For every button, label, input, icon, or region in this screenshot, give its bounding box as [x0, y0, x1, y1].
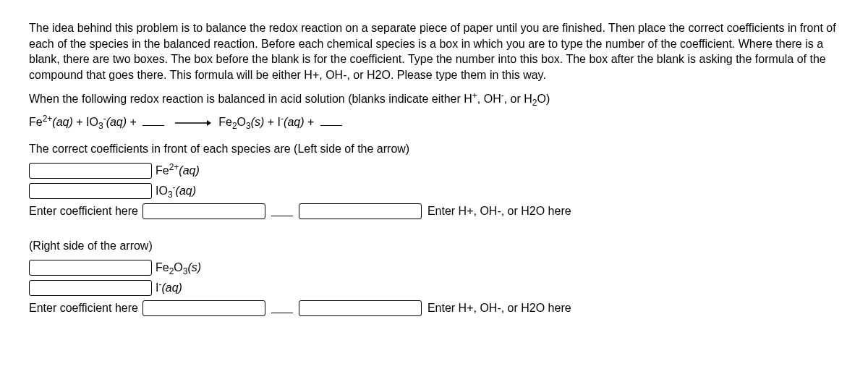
label-enter-coef-left: Enter coefficient here [29, 205, 138, 218]
label-enter-coef-right: Enter coefficient here [29, 302, 138, 315]
sp-fe2o3-sub3: 3 [183, 266, 188, 276]
eq-fe-charge: 2+ [43, 114, 53, 124]
equation: Fe2+(aq) + IO3-(aq) + Fe2O3(s) + I-(aq) … [29, 116, 839, 130]
sp-fe2o3-fe: Fe [156, 261, 169, 274]
cond-mid2: , or H [504, 93, 532, 105]
coef-fe2o3-input[interactable] [29, 260, 152, 276]
coef-i-input[interactable] [29, 280, 152, 296]
row-left-blank: Enter coefficient here Enter H+, OH-, or… [29, 203, 839, 219]
sp-io3-aq: (aq) [176, 185, 196, 197]
label-fe2: Fe2+(aq) [156, 164, 200, 177]
eq-aq2: (aq) [106, 116, 127, 128]
condition-paragraph: When the following redox reaction is bal… [29, 91, 839, 107]
cond-sub-2: 2 [532, 98, 537, 109]
coef-fe2-input[interactable] [29, 163, 152, 179]
coef-left-blank-input[interactable] [142, 203, 265, 219]
hint-left: Enter H+, OH-, or H2O here [427, 205, 571, 218]
blank-right-form [271, 303, 293, 313]
row-fe2o3: Fe2O3(s) [29, 260, 839, 276]
svg-marker-1 [207, 120, 211, 126]
row-io3: IO3-(aq) [29, 183, 839, 199]
arrow-icon [175, 116, 211, 130]
cond-mid1: , OH [477, 93, 501, 105]
eq-fe2o3-sub3: 3 [246, 121, 251, 131]
eq-fe: Fe [29, 116, 43, 128]
label-io3: IO3-(aq) [156, 185, 196, 198]
sp-fe2o3-s: (s) [188, 261, 202, 274]
row-fe2: Fe2+(aq) [29, 163, 839, 179]
eq-i: + I [264, 116, 281, 128]
sp-fe2-sup: 2+ [169, 161, 179, 171]
eq-fe2o3-o: O [237, 116, 246, 128]
eq-s: (s) [251, 116, 265, 128]
coef-io3-input[interactable] [29, 183, 152, 199]
intro-paragraph: The idea behind this problem is to balan… [29, 20, 839, 82]
cond-suffix: O) [537, 93, 550, 105]
right-side-heading: (Right side of the arrow) [29, 239, 839, 253]
eq-fe2o3-sub2: 2 [232, 121, 237, 131]
label-i: I-(aq) [156, 281, 182, 294]
blank-left-form [271, 206, 293, 216]
sp-io3-sub: 3 [168, 190, 173, 200]
cond-prefix: When the following redox reaction is bal… [29, 93, 472, 105]
hint-right: Enter H+, OH-, or H2O here [427, 302, 571, 315]
sp-io3: IO [156, 185, 168, 197]
eq-aq3: (aq) [284, 116, 304, 128]
blank-right [320, 116, 342, 126]
sp-fe2: Fe [156, 164, 169, 177]
eq-io3-sub: 3 [98, 121, 103, 131]
species-left-input[interactable] [299, 203, 422, 219]
eq-plus1: + IO [73, 116, 98, 128]
cond-sup-plus: + [472, 90, 477, 101]
eq-aq1: (aq) [52, 116, 72, 128]
eq-fe2o3-fe: Fe [218, 116, 232, 128]
blank-left [142, 116, 164, 126]
left-side-heading: The correct coefficients in front of eac… [29, 143, 839, 156]
eq-plus3: + [305, 116, 318, 128]
species-right-input[interactable] [299, 300, 422, 316]
row-i: I-(aq) [29, 280, 839, 296]
sp-fe2-aq: (aq) [179, 164, 199, 177]
coef-right-blank-input[interactable] [142, 300, 265, 316]
row-right-blank: Enter coefficient here Enter H+, OH-, or… [29, 300, 839, 316]
sp-fe2o3-o: O [174, 261, 182, 274]
eq-plus2: + [127, 116, 140, 128]
sp-i-aq: (aq) [161, 281, 182, 294]
label-fe2o3: Fe2O3(s) [156, 261, 201, 274]
